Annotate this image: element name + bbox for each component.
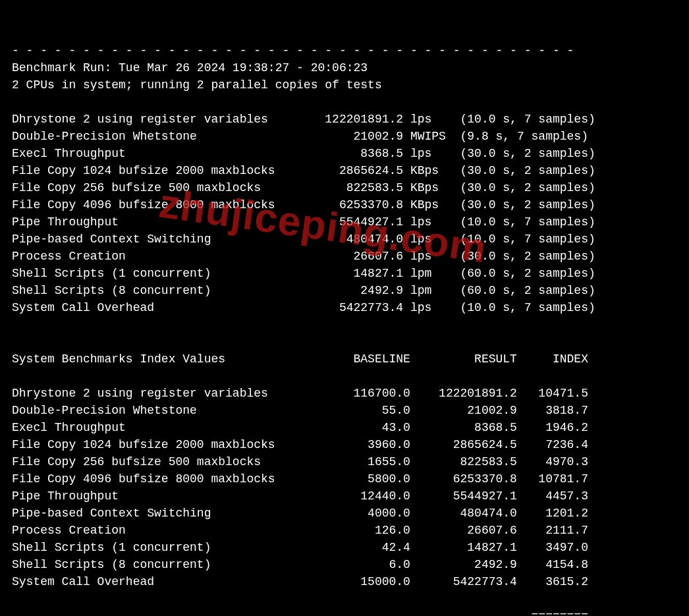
index-header-row: System Benchmarks Index Values BASELINE … (12, 350, 677, 368)
blank-line (12, 335, 19, 349)
blank-line (12, 96, 19, 109)
cpu-info-line: 2 CPUs in system; running 2 parallel cop… (12, 78, 382, 92)
benchmark-run-line: Benchmark Run: Tue Mar 26 2024 19:38:27 … (12, 61, 368, 74)
benchmark-results-block: Dhrystone 2 using register variables 122… (12, 111, 677, 316)
score-separator: ======== (12, 607, 677, 616)
separator-line: - - - - - - - - - - - - - - - - - - - - … (12, 44, 574, 57)
index-values-block: Dhrystone 2 using register variables 116… (12, 385, 677, 590)
terminal-output: zhujiceping.com - - - - - - - - - - - - … (0, 0, 689, 616)
